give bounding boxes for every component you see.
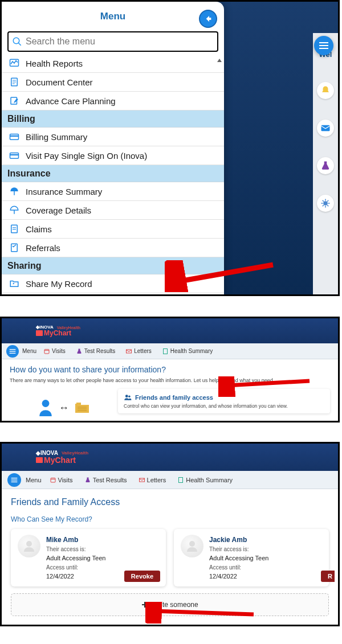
nav-label: Visits <box>58 477 73 483</box>
nav-label: Test Results <box>84 348 115 354</box>
menu-item-visit-pay-sso[interactable]: Visit Pay Single Sign On (Inova) <box>2 146 224 165</box>
chart-icon <box>9 58 20 69</box>
search-input[interactable] <box>26 36 214 47</box>
menu-item-label: Advance Care Planning <box>26 96 116 106</box>
nav-menu-label[interactable]: Menu <box>22 348 36 354</box>
revoke-button[interactable]: R <box>321 571 335 582</box>
mychart-text: MyChart <box>44 330 71 337</box>
menu-section-sharing: Sharing <box>2 257 224 274</box>
menu-search-box[interactable] <box>7 31 218 52</box>
section-subtitle: Who Can See My Record? <box>11 515 329 523</box>
svg-rect-43 <box>76 403 81 405</box>
flask-icon <box>317 157 334 174</box>
nav-hamburger[interactable] <box>6 345 19 358</box>
nav-menu-label[interactable]: Menu <box>26 477 42 483</box>
menu-item-share-my-record[interactable]: Share My Record <box>2 274 224 293</box>
friends-family-card[interactable]: Friends and family access Control who ca… <box>118 389 330 413</box>
pencil-icon <box>9 95 20 106</box>
background-sidebar-peek: Wel <box>313 33 338 294</box>
nav-visits[interactable]: Visits <box>40 348 69 355</box>
nav-bar: Menu Visits Test Results Letters Health … <box>2 343 338 359</box>
share-graphic: ↔ <box>10 389 118 416</box>
mychart-icon <box>36 457 43 463</box>
nav-bar: Menu Visits Test Results Letters Health … <box>2 471 338 489</box>
invite-someone-button[interactable]: Invite someone <box>11 593 329 616</box>
svg-rect-53 <box>51 478 55 482</box>
people-icon <box>124 393 132 401</box>
svg-rect-38 <box>44 349 49 354</box>
swap-icon: ↔ <box>59 402 69 414</box>
menu-section-insurance: Insurance <box>2 165 224 182</box>
menu-item-label: Claims <box>26 224 52 234</box>
menu-item-coverage-details[interactable]: Coverage Details <box>2 201 224 220</box>
access-card: Jackie Amb Their access is: Adult Access… <box>174 529 329 586</box>
svg-point-13 <box>13 38 19 44</box>
svg-rect-30 <box>11 244 18 252</box>
umbrella-icon <box>9 186 20 197</box>
back-button[interactable] <box>199 10 217 28</box>
menu-item-claims[interactable]: Claims <box>2 220 224 239</box>
access-label: Their access is: <box>209 545 322 553</box>
share-subtext: There are many ways to let other people … <box>10 378 330 383</box>
revoke-button[interactable]: Revoke <box>124 571 160 582</box>
svg-rect-27 <box>11 225 18 233</box>
nav-visits[interactable]: Visits <box>46 477 76 483</box>
svg-rect-22 <box>10 136 19 137</box>
menu-item-document-center[interactable]: Document Center <box>2 73 224 92</box>
credit-card-icon <box>9 150 20 161</box>
nav-letters[interactable]: Letters <box>122 348 155 355</box>
brand-logo: ◆INOVAValleyHealth MyChart <box>36 325 80 337</box>
ff-body: Friends and Family Access Who Can See My… <box>2 489 338 616</box>
umbrella-icon <box>9 204 20 216</box>
folder-share-icon <box>9 278 20 289</box>
menu-item-label: Health Reports <box>26 59 83 68</box>
menu-item-share-everywhere[interactable]: Share Everywhere <box>2 293 224 294</box>
nav-hamburger[interactable] <box>7 473 21 487</box>
menu-item-advance-care[interactable]: Advance Care Planning <box>2 92 224 110</box>
page-title: Friends and Family Access <box>11 497 329 507</box>
svg-point-42 <box>42 400 50 407</box>
mychart-text: MyChart <box>44 456 76 464</box>
menu-list[interactable]: Health Reports Document Center Advance C… <box>2 54 224 294</box>
search-icon <box>12 36 22 47</box>
menu-item-label: Referrals <box>26 243 60 253</box>
menu-item-billing-summary[interactable]: Billing Summary <box>2 128 224 146</box>
valley-logo: ValleyHealth <box>62 451 88 456</box>
folder-icon <box>75 401 89 414</box>
credit-card-icon <box>9 131 20 142</box>
menu-item-insurance-summary[interactable]: Insurance Summary <box>2 182 224 201</box>
card-desc: Control who can view your information, a… <box>124 403 324 409</box>
menu-item-referrals[interactable]: Referrals <box>2 239 224 257</box>
nav-letters[interactable]: Letters <box>135 477 170 483</box>
note-icon <box>9 242 20 253</box>
menu-item-label: Coverage Details <box>26 206 91 215</box>
svg-point-57 <box>26 541 32 547</box>
bell-icon <box>317 82 334 99</box>
menu-item-health-reports[interactable]: Health Reports <box>2 54 224 73</box>
svg-rect-56 <box>179 477 183 482</box>
nav-health-summary[interactable]: Health Summary <box>174 477 236 483</box>
nav-label: Health Summary <box>186 477 233 483</box>
nav-health-summary[interactable]: Health Summary <box>158 348 216 355</box>
document-icon <box>9 223 20 235</box>
screenshot-friends-family: ◆INOVAValleyHealth MyChart Menu Visits T… <box>0 442 340 626</box>
nav-label: Letters <box>134 348 152 354</box>
nav-test-results[interactable]: Test Results <box>81 477 131 483</box>
access-label: Their access is: <box>46 545 159 553</box>
svg-line-7 <box>327 205 328 206</box>
access-type: Adult Accessing Teen <box>209 553 322 563</box>
svg-rect-21 <box>10 134 19 140</box>
nav-test-results[interactable]: Test Results <box>72 348 119 355</box>
screenshot-menu-panel: Wel Menu Health Reports Docu <box>0 0 340 296</box>
share-body: How do you want to share your informatio… <box>2 359 338 416</box>
plus-icon <box>141 601 148 608</box>
card-title: Friends and family access <box>135 394 213 401</box>
menu-item-label: Billing Summary <box>26 132 87 142</box>
menu-item-label: Document Center <box>26 77 93 87</box>
virus-icon <box>317 195 334 212</box>
share-question: How do you want to share your informatio… <box>10 365 330 374</box>
svg-line-9 <box>323 205 324 206</box>
svg-rect-41 <box>163 348 167 354</box>
mychart-icon <box>36 330 43 336</box>
hamburger-button[interactable] <box>314 36 333 55</box>
